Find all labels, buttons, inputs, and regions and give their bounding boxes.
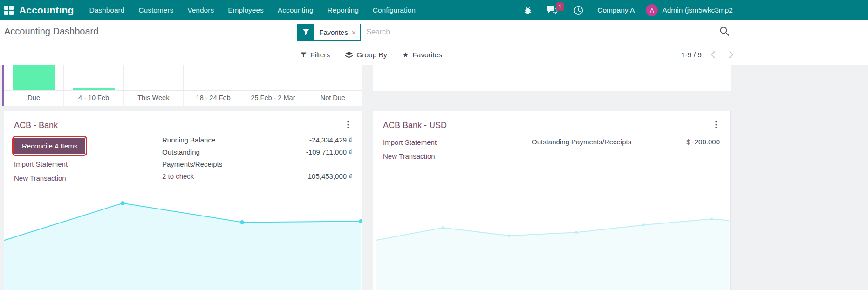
menu-reporting[interactable]: Reporting	[321, 0, 366, 20]
reconcile-items-button[interactable]: Reconcile 4 Items	[14, 138, 85, 154]
bar-label: This Week	[123, 91, 183, 106]
stat-row-outstanding: Outstanding Payments/Receipts -109,711,0…	[162, 146, 352, 170]
group-by-label: Group By	[356, 51, 387, 59]
user-name-label: Admin (jsm5wkc3mp2	[662, 6, 733, 14]
search-options-toolbar: Filters Group By ★ Favorites 1-9 / 9	[0, 44, 868, 65]
stat-value: -109,711,000 ₫	[306, 146, 352, 158]
stat-value: 105,453,000 ₫	[308, 170, 352, 182]
filter-funnel-icon	[301, 52, 307, 58]
invoice-bar-labels: Due4 - 10 FebThis Week18 - 24 Feb25 Feb …	[4, 91, 362, 106]
app-name[interactable]: Accounting	[19, 5, 74, 16]
bar-column[interactable]	[4, 65, 63, 90]
cropped-card-right	[373, 65, 731, 91]
menu-customers[interactable]: Customers	[131, 0, 180, 20]
stat-label: Outstanding Payments/Receipts	[532, 138, 631, 146]
bar-column[interactable]	[303, 65, 362, 90]
facet-label: Favorites	[314, 24, 352, 40]
journal-card-acb-bank-usd: ACB Bank - USD ⋮ Import Statement New Tr…	[373, 111, 731, 290]
card-body: Reconcile 4 Items Import Statement New T…	[4, 130, 362, 182]
group-by-button[interactable]: Group By	[345, 51, 387, 59]
stat-value: $ -200.000	[686, 138, 720, 146]
pager: 1-9 / 9	[681, 44, 732, 65]
pager-range: 1-9 / 9	[681, 51, 702, 59]
journal-stats: Running Balance -24,334,429 ₫ Outstandin…	[162, 134, 352, 182]
new-transaction-link[interactable]: New Transaction	[383, 152, 435, 160]
messages-menu[interactable]: 1	[547, 5, 558, 15]
favorites-facet-chip[interactable]: Favorites ×	[297, 24, 361, 41]
stat-row-to-check: 2 to check 105,453,000 ₫	[162, 170, 352, 182]
apps-menu-icon[interactable]	[4, 6, 14, 15]
layers-icon	[345, 52, 353, 58]
import-statement-link[interactable]: Import Statement	[14, 160, 68, 168]
menu-configuration[interactable]: Configuration	[366, 0, 423, 20]
menu-employees[interactable]: Employees	[221, 0, 271, 20]
bar-column[interactable]	[123, 65, 183, 90]
search-input[interactable]	[361, 28, 719, 36]
stat-label: Outstanding Payments/Receipts	[162, 146, 248, 170]
new-transaction-link[interactable]: New Transaction	[14, 174, 66, 182]
user-menu[interactable]: A Admin (jsm5wkc3mp2	[646, 4, 733, 16]
menu-dashboard[interactable]: Dashboard	[82, 0, 132, 20]
navbar-right: 1 Company A A Admin (jsm5wkc3mp2	[523, 4, 733, 16]
favorites-button[interactable]: ★ Favorites	[403, 51, 442, 59]
toolbar-buttons: Filters Group By ★ Favorites	[301, 44, 442, 65]
odoo-accounting-dashboard: Accounting Dashboard Customers Vendors E…	[0, 0, 868, 290]
stat-value: -24,334,429 ₫	[309, 134, 352, 146]
bar-label: Not Due	[303, 91, 362, 106]
debug-bug-icon[interactable]	[523, 6, 533, 15]
stat-label: Running Balance	[162, 134, 215, 146]
menu-vendors[interactable]: Vendors	[180, 0, 221, 20]
pager-next-icon[interactable]	[726, 51, 734, 59]
journal-title[interactable]: ACB - Bank	[14, 121, 58, 130]
top-navbar: Accounting Dashboard Customers Vendors E…	[0, 0, 868, 20]
company-switcher[interactable]: Company A	[597, 6, 635, 14]
facet-filter-icon	[297, 24, 314, 40]
control-panel: Accounting Dashboard Favorites ×	[0, 20, 868, 44]
import-statement-link[interactable]: Import Statement	[383, 138, 437, 146]
bar-label: 4 - 10 Feb	[63, 91, 123, 106]
dashboard-content: Due4 - 10 FebThis Week18 - 24 Feb25 Feb …	[0, 65, 868, 290]
bar-column[interactable]	[243, 65, 302, 90]
menu-accounting[interactable]: Accounting	[271, 0, 321, 20]
filters-label: Filters	[310, 51, 330, 59]
journal-title[interactable]: ACB Bank - USD	[383, 121, 447, 130]
stat-row-outstanding: Outstanding Payments/Receipts $ -200.000	[532, 138, 720, 146]
bar-column[interactable]	[183, 65, 243, 90]
stat-row-running-balance: Running Balance -24,334,429 ₫	[162, 134, 352, 146]
search-bar: Favorites ×	[297, 23, 731, 41]
search-magnifier-icon[interactable]	[719, 26, 730, 38]
bar-label: Due	[4, 91, 63, 106]
journal-card-acb-bank: ACB - Bank ⋮ Reconcile 4 Items Import St…	[4, 111, 362, 290]
bar-label: 25 Feb - 2 Mar	[243, 91, 302, 106]
user-avatar[interactable]: A	[646, 4, 658, 16]
card-header: ACB - Bank ⋮	[4, 111, 362, 130]
invoice-graph-card: Due4 - 10 FebThis Week18 - 24 Feb25 Feb …	[2, 65, 362, 106]
activities-clock-icon[interactable]	[574, 6, 583, 15]
messages-count-badge: 1	[556, 2, 564, 11]
page-title: Accounting Dashboard	[4, 26, 98, 37]
facet-remove-icon[interactable]: ×	[352, 24, 361, 40]
bar-column[interactable]	[63, 65, 123, 90]
pager-prev-icon[interactable]	[711, 51, 718, 59]
favorites-label: Favorites	[412, 51, 442, 59]
to-check-link[interactable]: 2 to check	[162, 170, 194, 182]
bar-label: 18 - 24 Feb	[183, 91, 243, 106]
invoice-bar-columns	[4, 65, 362, 91]
star-icon: ★	[403, 51, 409, 59]
kebab-menu-icon[interactable]: ⋮	[342, 121, 354, 129]
card-body: Import Statement New Transaction Outstan…	[373, 130, 730, 160]
card-header: ACB Bank - USD ⋮	[373, 111, 730, 130]
main-menu: Dashboard Customers Vendors Employees Ac…	[82, 0, 423, 20]
filters-button[interactable]: Filters	[301, 51, 330, 59]
kebab-menu-icon[interactable]: ⋮	[710, 121, 722, 129]
